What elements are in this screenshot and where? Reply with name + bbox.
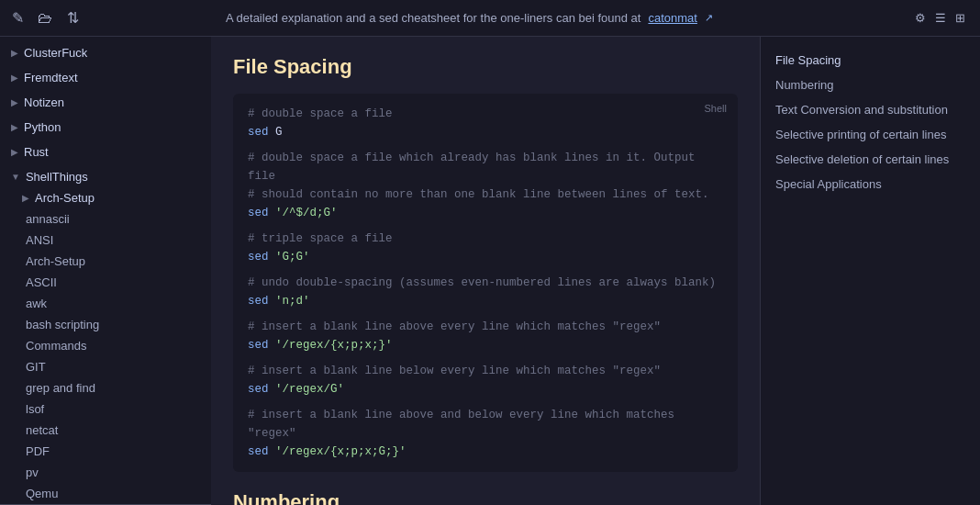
code-block-label: Shell (705, 101, 727, 118)
sidebar-item-pdf[interactable]: PDF (0, 441, 211, 462)
code-line-8: # undo double-spacing (assumes even-numb… (248, 274, 723, 292)
code-line-6: # triple space a file (248, 230, 723, 248)
settings-icon[interactable]: ⚙ (915, 11, 926, 25)
sidebar-item-annascii[interactable]: annascii (0, 208, 211, 230)
code-line-5: sed '/^$/d;G' (248, 204, 723, 222)
chevron-right-icon: ▶ (11, 48, 18, 58)
folder-icon[interactable]: 🗁 (35, 8, 55, 28)
sidebar-item-arch-setup[interactable]: Arch-Setup (0, 251, 211, 272)
main-area: A detailed explanation and a sed cheatsh… (211, 0, 980, 505)
sidebar-item-bash-scripting[interactable]: bash scripting (0, 314, 211, 335)
chevron-right-icon: ▶ (22, 193, 29, 203)
main-content: File Spacing Shell # double space a file… (211, 37, 760, 505)
chevron-down-icon: ▼ (11, 172, 20, 182)
top-bar: A detailed explanation and a sed cheatsh… (211, 0, 980, 37)
code-line-14: # insert a blank line above and below ev… (248, 406, 723, 443)
sidebar-item-notizen[interactable]: ▶ Notizen (0, 92, 211, 113)
sidebar-group-label: Rust (24, 145, 49, 159)
code-line-9: sed 'n;d' (248, 292, 723, 310)
sidebar-item-git[interactable]: GIT (0, 356, 211, 377)
sidebar-subgroup-label: Arch-Setup (35, 191, 95, 205)
topbar-text: A detailed explanation and a sed cheatsh… (226, 11, 640, 25)
sidebar-item-ascii[interactable]: ASCII (0, 272, 211, 293)
sidebar-item-commands[interactable]: Commands (0, 335, 211, 356)
sidebar-group-label: ClusterFuck (24, 46, 87, 60)
section-numbering-title: Numbering (233, 490, 738, 505)
list-icon[interactable]: ☰ (935, 11, 946, 25)
sidebar-item-awk[interactable]: awk (0, 293, 211, 314)
code-line-2: sed G (248, 123, 723, 141)
sidebar-item-shellthings[interactable]: ▼ ShellThings (0, 166, 211, 187)
toc-item-text-conversion[interactable]: Text Conversion and substitution (761, 97, 980, 122)
code-line-13: sed '/regex/G' (248, 380, 723, 398)
sidebar-group-python: ▶ Python (0, 115, 211, 140)
sidebar-item-fremdtext[interactable]: ▶ Fremdtext (0, 67, 211, 88)
toc-item-numbering[interactable]: Numbering (761, 73, 980, 97)
chevron-right-icon: ▶ (11, 97, 18, 107)
toc-item-special-applications[interactable]: Special Applications (761, 172, 980, 196)
sidebar-item-python[interactable]: ▶ Python (0, 117, 211, 138)
code-line-1: # double space a file (248, 105, 723, 123)
sidebar-item-rust[interactable]: ▶ Rust (0, 141, 211, 163)
code-line-4: # should contain no more than one blank … (248, 185, 723, 204)
sidebar-group-label: ShellThings (26, 170, 88, 184)
sidebar-item-clusterfuck[interactable]: ▶ ClusterFuck (0, 42, 211, 63)
code-line-12: # insert a blank line below every line w… (248, 362, 723, 380)
sidebar-toolbar: ✎ 🗁 ⇅ (0, 0, 211, 37)
top-bar-icons: ⚙ ☰ ⊞ (915, 11, 965, 25)
sort-icon[interactable]: ⇅ (62, 8, 83, 28)
sidebar: ✎ 🗁 ⇅ ▶ ClusterFuck ▶ Fremdtext ▶ Notize… (0, 0, 211, 505)
sidebar-item-pv[interactable]: pv (0, 462, 211, 483)
section-file-spacing-title: File Spacing (233, 55, 738, 79)
layout-icon[interactable]: ⊞ (955, 11, 965, 25)
sidebar-group-fremdtext: ▶ Fremdtext (0, 65, 211, 90)
code-line-15: sed '/regex/{x;p;x;G;}' (248, 443, 723, 461)
sidebar-group-rust: ▶ Rust (0, 140, 211, 164)
code-line-11: sed '/regex/{x;p;x;}' (248, 336, 723, 354)
edit-icon[interactable]: ✎ (7, 8, 28, 28)
sidebar-item-qemu[interactable]: Qemu (0, 483, 211, 504)
sidebar-group-notizen: ▶ Notizen (0, 90, 211, 115)
sidebar-item-ansi[interactable]: ANSI (0, 230, 211, 251)
sidebar-item-grep-and-find[interactable]: grep and find (0, 377, 211, 398)
sidebar-nav: ▶ ClusterFuck ▶ Fremdtext ▶ Notizen ▶ Py… (0, 37, 211, 505)
toc-item-file-spacing[interactable]: File Spacing (761, 48, 980, 73)
sidebar-item-arch-setup-group[interactable]: ▶ Arch-Setup (0, 187, 211, 208)
chevron-right-icon: ▶ (11, 122, 18, 132)
sidebar-group-shellthings: ▼ ShellThings ▶ Arch-Setup annascii ANSI… (0, 164, 211, 505)
external-link-icon: ↗ (705, 12, 713, 24)
code-line-7: sed 'G;G' (248, 248, 723, 266)
sidebar-group-clusterfuck: ▶ ClusterFuck (0, 40, 211, 65)
sidebar-group-label: Notizen (24, 95, 64, 109)
sidebar-item-netcat[interactable]: netcat (0, 420, 211, 441)
sidebar-group-label: Fremdtext (24, 71, 78, 84)
content-wrapper: File Spacing Shell # double space a file… (211, 37, 980, 505)
code-line-10: # insert a blank line above every line w… (248, 318, 723, 336)
toc-item-selective-printing[interactable]: Selective printing of certain lines (761, 122, 980, 147)
toc-item-selective-deletion[interactable]: Selective deletion of certain lines (761, 147, 980, 172)
catonmat-link[interactable]: catonmat (648, 11, 696, 25)
right-panel-toc: File Spacing Numbering Text Conversion a… (760, 37, 980, 505)
chevron-right-icon: ▶ (11, 73, 18, 83)
code-block-file-spacing: Shell # double space a file sed G # doub… (233, 94, 738, 472)
sidebar-group-label: Python (24, 120, 61, 134)
code-line-3: # double space a file which already has … (248, 149, 723, 185)
sidebar-item-lsof[interactable]: lsof (0, 398, 211, 420)
chevron-right-icon: ▶ (11, 147, 18, 157)
